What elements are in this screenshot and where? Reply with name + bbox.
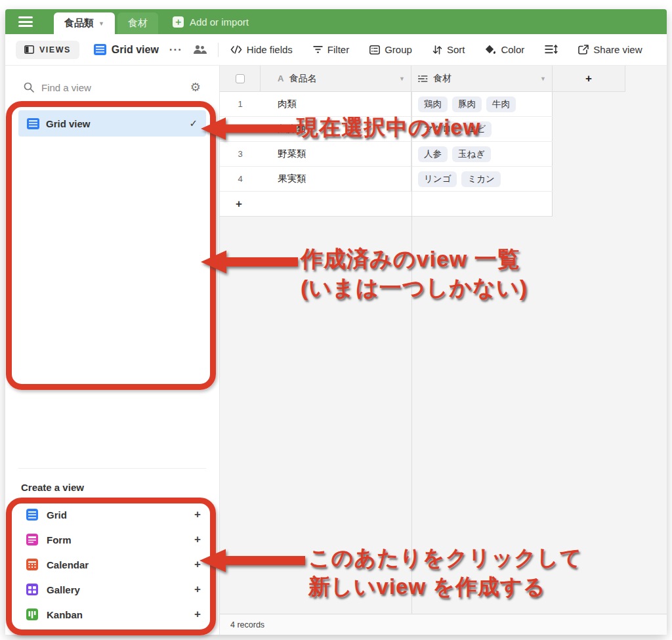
- sort-button[interactable]: Sort: [432, 44, 465, 55]
- hamburger-menu-icon[interactable]: [18, 16, 33, 27]
- hide-fields-label: Hide fields: [247, 44, 293, 55]
- create-view-heading: Create a view: [21, 482, 205, 493]
- create-view-section: Create a view Grid + Form + Calendar: [5, 469, 219, 635]
- chevron-down-icon[interactable]: ▼: [399, 75, 405, 82]
- row-number: 1: [220, 92, 261, 116]
- primary-cell[interactable]: 果実類: [261, 167, 411, 191]
- views-sidebar: Find a view ⚙ Grid view ✓ Create a view …: [5, 66, 220, 635]
- hide-fields-button[interactable]: Hide fields: [230, 44, 293, 55]
- share-view-button[interactable]: Share view: [578, 44, 642, 55]
- field-header-tags[interactable]: 食材 ▼: [411, 66, 553, 91]
- create-view-grid[interactable]: Grid +: [20, 502, 205, 527]
- sort-label: Sort: [447, 44, 465, 55]
- sidebar-toggle-icon: [24, 45, 34, 54]
- row-height-icon: [545, 45, 558, 54]
- current-view-name: Grid view: [112, 44, 159, 56]
- sidebar-view-item-grid-view[interactable]: Grid view ✓: [18, 110, 206, 137]
- multiselect-field-type-icon: [418, 75, 428, 83]
- app-window: 食品類 ▼ 食材 ＋ Add or import VIEWS Grid view…: [5, 9, 667, 635]
- record-count: 4 records: [230, 620, 264, 629]
- create-view-form[interactable]: Form +: [20, 527, 205, 552]
- select-all-checkbox[interactable]: [236, 74, 245, 83]
- tag-pill: 牛肉: [486, 96, 516, 112]
- plus-icon[interactable]: +: [194, 608, 201, 621]
- find-view-placeholder: Find a view: [41, 82, 183, 93]
- primary-cell[interactable]: 魚介類: [261, 117, 411, 141]
- share-view-label: Share view: [593, 44, 642, 55]
- create-view-label: Gallery: [47, 584, 186, 595]
- tags-cell[interactable]: マグロエビ: [411, 117, 553, 141]
- search-icon: [24, 82, 34, 93]
- table-row[interactable]: 3 野菜類 人参玉ねぎ: [220, 142, 553, 167]
- airtable-screenshot: 食品類 ▼ 食材 ＋ Add or import VIEWS Grid view…: [0, 0, 672, 640]
- filter-label: Filter: [327, 44, 349, 55]
- chevron-down-icon[interactable]: ▼: [540, 75, 546, 82]
- kanban-icon: [26, 608, 38, 620]
- create-view-calendar[interactable]: Calendar +: [20, 552, 205, 577]
- create-view-label: Calendar: [47, 559, 186, 570]
- table-tab-active[interactable]: 食品類 ▼: [54, 12, 115, 34]
- gallery-icon: [26, 584, 38, 595]
- field-header-label: 食品名: [289, 73, 316, 85]
- chevron-down-icon: ▼: [98, 20, 104, 27]
- row-number: 3: [220, 142, 261, 166]
- find-view-search[interactable]: Find a view ⚙: [18, 76, 206, 98]
- tag-pill: リンゴ: [418, 171, 457, 187]
- filter-icon: [313, 45, 323, 54]
- plus-icon[interactable]: +: [194, 583, 201, 596]
- group-label: Group: [385, 44, 412, 55]
- table-tab[interactable]: 食材: [117, 12, 158, 34]
- view-toolbar: VIEWS Grid view ··· Hide fields Filter G…: [5, 34, 667, 66]
- create-view-label: Kanban: [47, 609, 186, 620]
- tags-cell[interactable]: 鶏肉豚肉牛肉: [411, 92, 553, 116]
- plus-icon[interactable]: +: [194, 508, 201, 521]
- plus-icon[interactable]: +: [194, 533, 201, 546]
- views-sidebar-toggle-button[interactable]: VIEWS: [16, 41, 79, 59]
- top-bar: 食品類 ▼ 食材 ＋ Add or import: [5, 9, 667, 34]
- color-button[interactable]: Color: [485, 44, 524, 55]
- group-button[interactable]: Group: [369, 44, 412, 55]
- content-area: Find a view ⚙ Grid view ✓ Create a view …: [5, 66, 667, 635]
- group-icon: [369, 45, 380, 54]
- primary-cell[interactable]: 野菜類: [261, 142, 411, 166]
- create-view-gallery[interactable]: Gallery +: [20, 577, 205, 602]
- grid-header-row: A 食品名 ▼ 食材 ▼ +: [220, 66, 625, 92]
- tag-pill: ミカン: [461, 171, 500, 187]
- gear-icon[interactable]: ⚙: [190, 80, 201, 95]
- checkmark-icon: ✓: [189, 117, 198, 129]
- color-label: Color: [501, 44, 524, 55]
- tags-cell[interactable]: 人参玉ねぎ: [411, 142, 553, 166]
- table-row[interactable]: 2 魚介類 マグロエビ: [220, 117, 553, 142]
- hide-fields-icon: [230, 45, 242, 54]
- tags-cell[interactable]: リンゴミカン: [411, 167, 553, 191]
- plus-icon: +: [236, 198, 242, 211]
- view-options-button[interactable]: ···: [169, 43, 182, 56]
- tag-pill: マグロ: [418, 121, 457, 137]
- current-view-button[interactable]: Grid view: [94, 44, 159, 56]
- add-row-button[interactable]: +: [220, 192, 553, 217]
- views-label: VIEWS: [39, 45, 71, 54]
- table-tab-label: 食材: [128, 17, 148, 30]
- grid-view-icon: [94, 44, 106, 55]
- primary-cell[interactable]: 肉類: [261, 92, 411, 116]
- text-field-type-icon: A: [278, 74, 284, 83]
- tag-pill: エビ: [461, 121, 492, 137]
- select-all-cell: [220, 66, 261, 91]
- row-height-button[interactable]: [545, 45, 558, 54]
- table-row[interactable]: 4 果実類 リンゴミカン: [220, 167, 553, 192]
- create-view-kanban[interactable]: Kanban +: [20, 602, 205, 627]
- row-number: 2: [220, 117, 261, 141]
- plus-icon[interactable]: +: [194, 558, 201, 571]
- collaborators-icon[interactable]: [193, 45, 207, 54]
- filter-button[interactable]: Filter: [313, 44, 349, 55]
- row-number: 4: [220, 167, 261, 191]
- add-field-button[interactable]: +: [553, 66, 625, 91]
- grid-area: A 食品名 ▼ 食材 ▼ + 1 肉類 鶏肉豚肉牛肉: [220, 66, 667, 635]
- create-view-label: Form: [47, 534, 186, 545]
- plus-square-icon: ＋: [173, 16, 184, 28]
- field-header-primary[interactable]: A 食品名 ▼: [261, 66, 411, 91]
- grid-rows: 1 肉類 鶏肉豚肉牛肉 2 魚介類 マグロエビ 3 野菜類 人参玉ねぎ: [220, 92, 553, 217]
- tag-pill: 玉ねぎ: [452, 146, 491, 162]
- table-row[interactable]: 1 肉類 鶏肉豚肉牛肉: [220, 92, 553, 117]
- add-or-import-button[interactable]: ＋ Add or import: [173, 16, 249, 28]
